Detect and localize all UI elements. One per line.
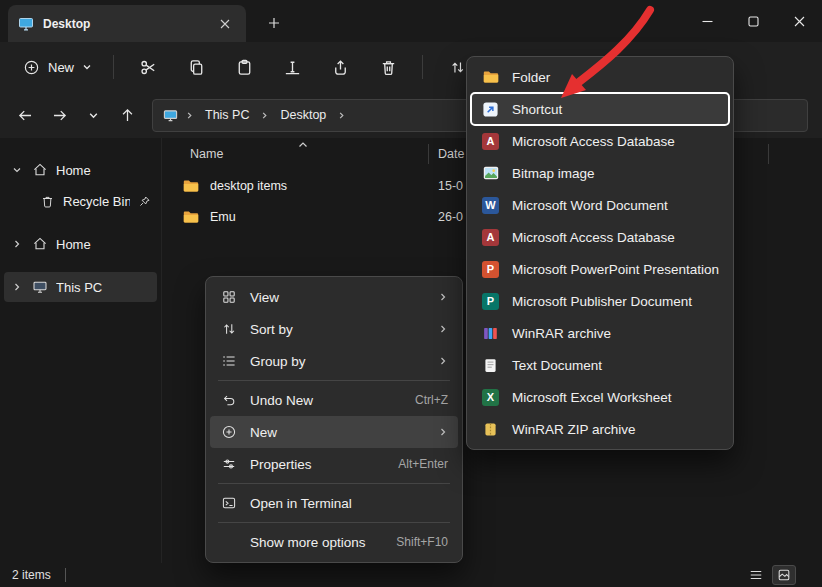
sort-arrows-icon [449,59,466,76]
maximize-button[interactable] [730,0,776,42]
undo-icon [220,392,238,408]
sidebar-item-label: Home [56,237,151,252]
chevron-right-icon [10,282,24,292]
submenu-item-publisher-document[interactable]: P Microsoft Publisher Document [471,285,729,317]
menu-item-label: Open in Terminal [250,496,448,511]
submenu-item-label: WinRAR ZIP archive [512,422,636,437]
cut-button[interactable] [128,49,168,85]
chevron-right-icon [337,111,346,120]
folder-icon [481,68,500,86]
submenu-item-powerpoint-presentation[interactable]: P Microsoft PowerPoint Presentation [471,253,729,285]
rename-button[interactable] [272,49,312,85]
column-header-name[interactable]: Name [190,147,223,161]
new-button[interactable]: New [12,52,103,83]
menu-separator [218,522,450,523]
file-date: 15-0 [438,179,463,193]
breadcrumb-desktop[interactable]: Desktop [276,106,330,124]
chevron-right-icon [10,239,24,249]
menu-item-new[interactable]: New [210,416,458,448]
menu-item-show-more-options[interactable]: Show more options Shift+F10 [210,526,458,558]
copy-button[interactable] [176,49,216,85]
submenu-item-bitmap-image[interactable]: Bitmap image [471,157,729,189]
file-date: 26-0 [438,210,463,224]
menu-item-undo-new[interactable]: Undo New Ctrl+Z [210,384,458,416]
submenu-item-label: Shortcut [512,102,562,117]
submenu-item-winrar-zip-archive[interactable]: WinRAR ZIP archive [471,413,729,445]
sort-arrows-icon [220,321,238,337]
sidebar-item-this-pc[interactable]: This PC [4,272,157,302]
status-divider [65,568,66,582]
back-button[interactable] [10,100,40,130]
chevron-right-icon [438,324,448,334]
folder-icon [182,177,200,195]
submenu-item-label: Microsoft Publisher Document [512,294,692,309]
sidebar-gap [0,260,161,271]
tab-close-icon[interactable] [214,13,236,35]
menu-item-shortcut: Ctrl+Z [415,393,448,407]
submenu-item-label: Microsoft Excel Worksheet [512,390,672,405]
excel-icon: X [481,389,500,406]
submenu-item-shortcut[interactable]: Shortcut [471,93,729,125]
sort-ascending-caret-icon [298,141,308,149]
share-icon [331,58,350,77]
plus-circle-icon [220,424,238,440]
sidebar-item-home-2[interactable]: Home [4,229,157,259]
submenu-item-label: Bitmap image [512,166,595,181]
share-button[interactable] [320,49,360,85]
this-pc-icon [163,108,178,123]
minimize-button[interactable] [684,0,730,42]
sidebar-item-label: This PC [56,280,151,295]
explorer-tab-desktop[interactable]: Desktop [8,5,246,42]
chevron-right-icon [438,356,448,366]
column-divider[interactable] [428,144,429,164]
menu-item-sort-by[interactable]: Sort by [210,313,458,345]
submenu-item-label: Folder [512,70,550,85]
submenu-item-winrar-archive[interactable]: WinRAR archive [471,317,729,349]
delete-button[interactable] [368,49,408,85]
menu-item-group-by[interactable]: Group by [210,345,458,377]
new-button-label: New [48,60,74,75]
submenu-item-excel-worksheet[interactable]: X Microsoft Excel Worksheet [471,381,729,413]
breadcrumb-this-pc[interactable]: This PC [201,106,253,124]
text-document-icon [481,357,500,374]
submenu-item-text-document[interactable]: Text Document [471,349,729,381]
submenu-item-label: WinRAR archive [512,326,611,341]
details-view-button[interactable] [744,565,768,585]
column-divider[interactable] [768,144,769,164]
file-name: Emu [210,210,425,224]
recent-locations-button[interactable] [78,100,108,130]
chevron-right-icon [438,427,448,437]
submenu-item-label: Text Document [512,358,602,373]
copy-icon [187,58,206,77]
chevron-right-icon [260,111,269,120]
context-menu: View Sort by Group by [205,276,463,563]
menu-item-label: Properties [250,457,386,472]
column-header-date[interactable]: Date [438,147,464,161]
forward-button[interactable] [44,100,74,130]
home-icon [32,162,48,178]
sidebar-gap [0,217,161,228]
close-button[interactable] [776,0,822,42]
tab-title: Desktop [43,17,214,31]
folder-icon [182,208,200,226]
menu-item-properties[interactable]: Properties Alt+Enter [210,448,458,480]
chevron-right-icon [185,111,194,120]
submenu-item-word-document[interactable]: W Microsoft Word Document [471,189,729,221]
sidebar-item-home[interactable]: Home [4,155,157,185]
menu-item-view[interactable]: View [210,281,458,313]
paste-button[interactable] [224,49,264,85]
item-count: 2 items [12,568,51,582]
new-tab-button[interactable] [262,11,286,35]
up-button[interactable] [112,100,142,130]
sidebar-item-recycle-bin[interactable]: Recycle Bin [4,186,157,216]
group-list-icon [220,353,238,369]
window-controls [684,0,822,42]
desktop-tab-icon [18,16,34,32]
large-thumbnails-view-button[interactable] [772,565,796,585]
submenu-item-label: Microsoft Access Database [512,134,675,149]
submenu-item-access-database-2[interactable]: A Microsoft Access Database [471,221,729,253]
menu-item-open-in-terminal[interactable]: Open in Terminal [210,487,458,519]
submenu-item-folder[interactable]: Folder [471,61,729,93]
powerpoint-icon: P [481,261,500,278]
submenu-item-access-database[interactable]: A Microsoft Access Database [471,125,729,157]
